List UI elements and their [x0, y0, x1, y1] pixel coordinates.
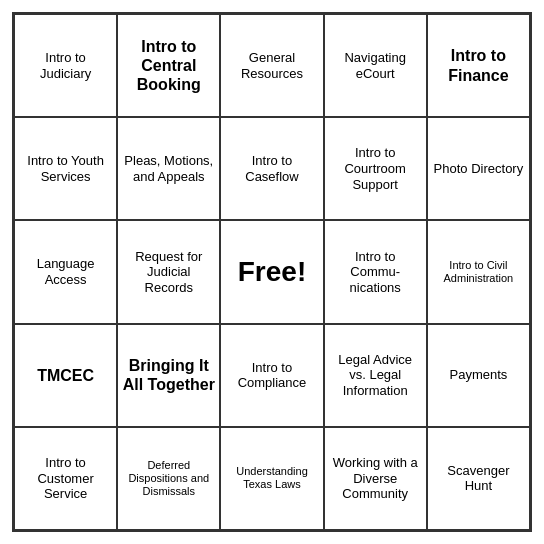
bingo-cell-r2c1[interactable]: Request for Judicial Records [117, 220, 220, 323]
bingo-cell-r3c1[interactable]: Bringing It All Together [117, 324, 220, 427]
bingo-cell-r0c2[interactable]: General Resources [220, 14, 323, 117]
bingo-cell-r1c1[interactable]: Pleas, Motions, and Appeals [117, 117, 220, 220]
bingo-cell-r0c3[interactable]: Navigating eCourt [324, 14, 427, 117]
bingo-cell-r3c2[interactable]: Intro to Compliance [220, 324, 323, 427]
bingo-cell-r0c0[interactable]: Intro to Judiciary [14, 14, 117, 117]
bingo-cell-r3c4[interactable]: Payments [427, 324, 530, 427]
bingo-cell-r4c1[interactable]: Deferred Dispositions and Dismissals [117, 427, 220, 530]
bingo-cell-r4c2[interactable]: Understanding Texas Laws [220, 427, 323, 530]
bingo-cell-r2c2[interactable]: Free! [220, 220, 323, 323]
bingo-cell-r1c2[interactable]: Intro to Caseflow [220, 117, 323, 220]
bingo-cell-r2c4[interactable]: Intro to Civil Administration [427, 220, 530, 323]
bingo-cell-r2c0[interactable]: Language Access [14, 220, 117, 323]
bingo-cell-r4c4[interactable]: Scavenger Hunt [427, 427, 530, 530]
bingo-cell-r1c3[interactable]: Intro to Courtroom Support [324, 117, 427, 220]
bingo-cell-r0c1[interactable]: Intro to Central Booking [117, 14, 220, 117]
bingo-cell-r4c3[interactable]: Working with a Diverse Community [324, 427, 427, 530]
bingo-cell-r2c3[interactable]: Intro to Commu­nications [324, 220, 427, 323]
bingo-cell-r1c0[interactable]: Intro to Youth Services [14, 117, 117, 220]
bingo-board: Intro to JudiciaryIntro to Central Booki… [12, 12, 532, 532]
bingo-cell-r1c4[interactable]: Photo Directory [427, 117, 530, 220]
bingo-cell-r3c0[interactable]: TMCEC [14, 324, 117, 427]
bingo-cell-r3c3[interactable]: Legal Advice vs. Legal Information [324, 324, 427, 427]
bingo-cell-r4c0[interactable]: Intro to Customer Service [14, 427, 117, 530]
bingo-cell-r0c4[interactable]: Intro to Finance [427, 14, 530, 117]
